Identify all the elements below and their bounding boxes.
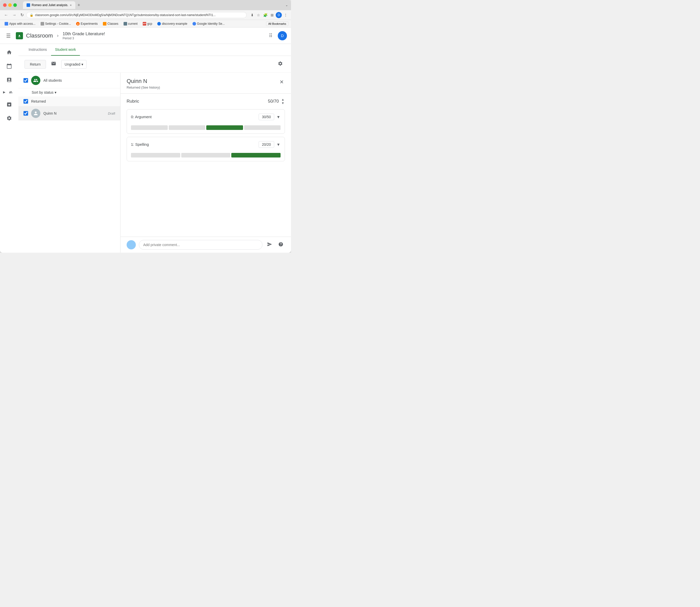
rubric-bar-segment[interactable] — [131, 125, 168, 130]
return-button[interactable]: Return — [24, 60, 46, 69]
toolbar: Return Ungraded ▾ — [18, 56, 291, 73]
forward-button[interactable]: → — [11, 12, 18, 18]
sidebar-people-button[interactable] — [6, 87, 16, 97]
rubric-item-spelling-score-text: 20/20 — [259, 141, 274, 148]
tab-title: Romeo and Juliet analysis. — [32, 3, 68, 7]
active-tab[interactable]: Romeo and Juliet analysis. ✕ — [23, 1, 75, 9]
classroom-logo — [16, 32, 23, 39]
rubric-item-spelling-expand-button[interactable]: ▾ — [276, 141, 281, 148]
sidebar-settings-button[interactable] — [3, 112, 16, 125]
rubric-score-down-button[interactable]: ▼ — [281, 101, 285, 105]
student-avatar — [31, 109, 40, 118]
student-name: Quinn N — [43, 111, 105, 116]
traffic-lights — [3, 3, 17, 7]
nav-icons: ⬇ ☆ 🧩 ⊞ D ⋮ — [250, 12, 288, 18]
maximize-traffic-light[interactable] — [13, 3, 17, 7]
bookmark-current[interactable]: current — [122, 21, 140, 26]
bookmark-discovery[interactable]: discovery example — [155, 21, 189, 26]
rubric-bar-segment[interactable] — [131, 153, 180, 158]
bookmark-favicon-experiments: ▲ — [76, 22, 80, 25]
tab-close-icon[interactable]: ✕ — [70, 4, 72, 7]
bookmark-classes-label: Classes — [107, 22, 119, 25]
download-icon[interactable]: ⬇ — [250, 12, 255, 18]
bookmark-apps[interactable]: Apps with access... — [3, 21, 38, 26]
bookmark-settings[interactable]: Settings - Cookie... — [39, 21, 73, 26]
sidebar-assignment-button[interactable] — [3, 74, 16, 86]
grade-filter-chevron-icon: ▾ — [81, 62, 83, 66]
rubric-item-spelling-bar — [127, 151, 285, 161]
rubric-score-up-button[interactable]: ▲ — [281, 98, 285, 101]
bookmark-apps-label: Apps with access... — [9, 22, 36, 25]
rubric-item-spelling: 1: Spelling 20/20 ▾ — [127, 137, 285, 161]
bookmark-gcp-label: gcp — [147, 22, 152, 25]
student-quinn-checkbox[interactable] — [23, 111, 28, 116]
new-tab-button[interactable]: + — [75, 3, 82, 8]
detail-close-button[interactable]: ✕ — [279, 78, 285, 86]
sidebar-archive-button[interactable] — [3, 98, 16, 111]
rubric-bar-segment-selected[interactable] — [231, 153, 281, 158]
more-menu-icon[interactable]: ⋮ — [283, 12, 288, 18]
hamburger-menu-button[interactable]: ☰ — [4, 30, 13, 41]
toolbar-settings-button[interactable] — [276, 59, 285, 69]
comment-send-button[interactable] — [266, 240, 274, 250]
bookmark-icon[interactable]: ☆ — [256, 12, 261, 18]
rubric-area: Rubric 50/70 ▲ ▼ — [121, 94, 291, 237]
user-avatar[interactable]: D — [278, 31, 287, 40]
returned-section-checkbox[interactable] — [23, 99, 28, 104]
bookmark-google-id[interactable]: Google Identity Se... — [190, 21, 227, 26]
rubric-score: 50/70 ▲ ▼ — [268, 98, 285, 105]
profile-icon[interactable]: D — [276, 12, 282, 18]
sort-chevron-icon[interactable]: ▾ — [55, 90, 57, 95]
student-detail-name: Quinn N — [127, 78, 279, 84]
bookmark-experiments-label: Experiments — [81, 22, 98, 25]
student-detail-status: Returned (See history) — [127, 85, 279, 89]
back-button[interactable]: ← — [3, 12, 10, 18]
rubric-item-argument-bar — [127, 123, 285, 133]
rubric-bar-segment-selected[interactable] — [206, 125, 243, 130]
rubric-item-spelling-score: 20/20 ▾ — [259, 141, 281, 148]
bookmark-favicon-gcp: API — [143, 22, 146, 25]
lock-icon: 🔒 — [29, 13, 34, 17]
content-area: Instructions Student work Return Ungrade… — [18, 44, 291, 253]
sidebar-home-button[interactable] — [3, 46, 16, 59]
sidebar-expand-icon[interactable]: ▶ — [3, 90, 5, 94]
bookmark-classes[interactable]: Classes — [101, 21, 121, 26]
comment-input[interactable] — [139, 240, 263, 250]
content-tabs: Instructions Student work — [18, 44, 291, 56]
bookmark-favicon-classes — [103, 22, 106, 25]
all-students-label: All students — [43, 78, 62, 82]
bookmark-experiments[interactable]: ▲ Experiments — [74, 21, 100, 26]
comment-help-button[interactable] — [277, 240, 285, 250]
rubric-bar-segment[interactable] — [169, 125, 206, 130]
rubric-item-argument: 0: Argument 30/50 ▾ — [127, 109, 285, 134]
all-bookmarks-button[interactable]: All Bookmarks — [266, 21, 288, 26]
tab-instructions[interactable]: Instructions — [24, 44, 51, 56]
sidebar-calendar-button[interactable] — [3, 60, 16, 72]
rubric-item-argument-expand-button[interactable]: ▾ — [276, 113, 281, 121]
rubric-bar-segment[interactable] — [181, 153, 230, 158]
email-button[interactable] — [49, 59, 58, 69]
bookmark-gcp[interactable]: API gcp — [141, 21, 154, 26]
split-view-icon[interactable]: ⊞ — [270, 12, 275, 18]
address-bar[interactable]: 🔒 classroom.google.com/u/0/c/NjEyMDI4ODI… — [26, 12, 247, 18]
title-bar: Romeo and Juliet analysis. ✕ + ⌄ — [0, 0, 291, 10]
reload-button[interactable]: ↻ — [19, 12, 25, 18]
student-detail-info: Quinn N Returned (See history) — [127, 78, 279, 89]
main-layout: ▶ Instructions Student work — [0, 44, 291, 253]
student-row[interactable]: Quinn N Draft — [18, 106, 120, 121]
extensions-icon[interactable]: 🧩 — [262, 12, 269, 18]
tab-student-work[interactable]: Student work — [51, 44, 80, 56]
all-students-checkbox[interactable] — [23, 78, 28, 83]
apps-grid-button[interactable]: ⠿ — [267, 30, 275, 41]
all-students-avatar — [31, 76, 40, 85]
bookmark-favicon-settings — [41, 22, 44, 25]
grade-filter-dropdown[interactable]: Ungraded ▾ — [61, 60, 86, 69]
rubric-bar-segment[interactable] — [244, 125, 281, 130]
tab-menu-icon[interactable]: ⌄ — [285, 3, 288, 7]
sort-label: Sort by status — [32, 90, 54, 95]
commenter-avatar — [127, 240, 136, 249]
rubric-score-text: 50/70 — [268, 99, 279, 104]
bookmark-favicon-google-id — [192, 22, 196, 25]
minimize-traffic-light[interactable] — [8, 3, 12, 7]
close-traffic-light[interactable] — [3, 3, 7, 7]
